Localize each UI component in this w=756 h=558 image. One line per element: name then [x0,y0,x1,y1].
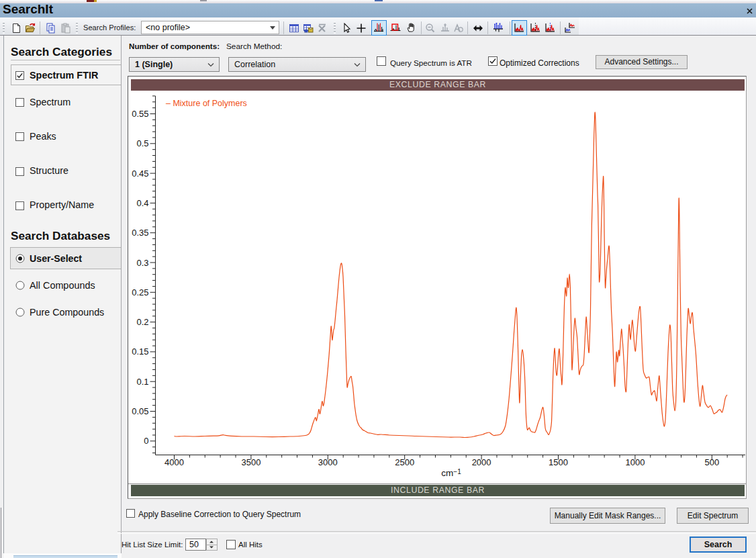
svg-text:– Mixture of Polymers: – Mixture of Polymers [166,99,247,108]
svg-text:4000: 4000 [164,457,184,467]
svg-text:0.2: 0.2 [136,317,148,327]
svg-text:0.15: 0.15 [132,346,148,357]
svg-text:0.45: 0.45 [132,169,148,179]
svg-text:0: 0 [144,436,148,446]
svg-text:0.5: 0.5 [136,138,148,148]
svg-text:0.1: 0.1 [136,377,148,387]
svg-text:0.25: 0.25 [132,287,148,297]
svg-text:0.3: 0.3 [136,258,148,268]
svg-text:1500: 1500 [549,457,568,467]
svg-text:1000: 1000 [625,457,645,467]
svg-text:0.4: 0.4 [136,198,148,208]
svg-text:0.55: 0.55 [132,109,148,119]
svg-text:0.05: 0.05 [132,406,148,416]
svg-text:0.35: 0.35 [132,228,148,238]
svg-text:3000: 3000 [318,457,338,467]
svg-text:2500: 2500 [395,457,414,467]
svg-text:3500: 3500 [241,457,261,467]
svg-text:500: 500 [704,457,719,467]
svg-text:2000: 2000 [472,457,491,467]
svg-text:cm−1: cm−1 [441,468,461,478]
